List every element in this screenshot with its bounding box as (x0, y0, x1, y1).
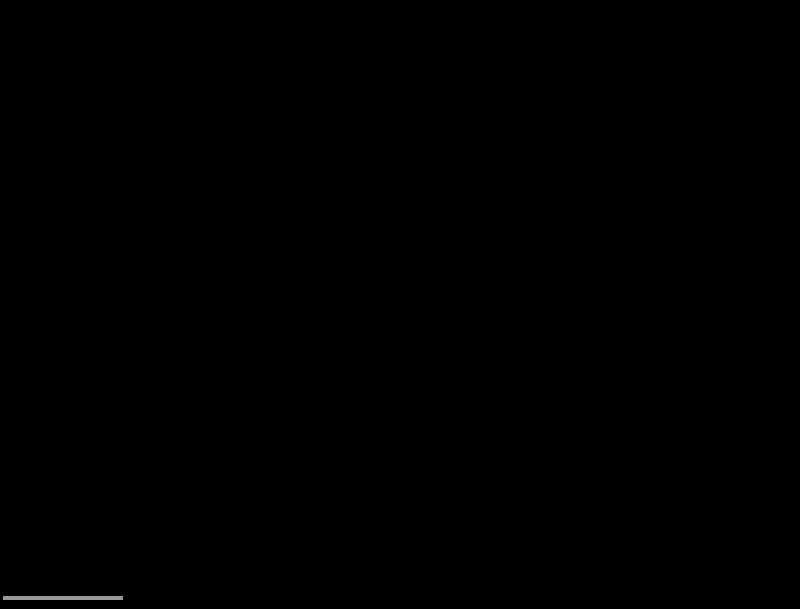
grid-layer (0, 0, 800, 609)
cassini-mimi-plot (0, 0, 800, 609)
time-coverage-bar (3, 596, 123, 600)
